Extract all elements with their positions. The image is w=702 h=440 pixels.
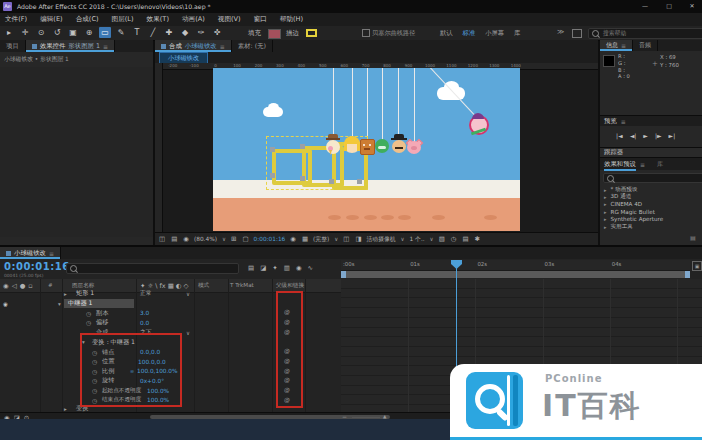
- zoom-level[interactable]: (80.4%): [194, 236, 217, 242]
- tool-icon[interactable]: ✜: [211, 27, 223, 38]
- twirl-icon[interactable]: ▸: [604, 187, 607, 193]
- effects-category[interactable]: ▸ 实用工具: [604, 223, 663, 230]
- stopwatch-icon[interactable]: ◷: [86, 310, 91, 317]
- tab-info[interactable]: 信息 ≡: [600, 40, 633, 51]
- new-panel-icon[interactable]: ▤: [690, 234, 696, 241]
- tool-icon[interactable]: ▸: [3, 27, 15, 38]
- viewer-left-icons[interactable]: ◫▤◉: [159, 235, 189, 243]
- maximize-button[interactable]: □: [662, 2, 676, 11]
- menu-item[interactable]: 窗口: [254, 15, 267, 24]
- tab-timeline-comp[interactable]: 小球磁铁改 ≡: [0, 247, 61, 259]
- blend-mode-select[interactable]: 正常: [140, 289, 152, 298]
- transport-button[interactable]: |◄: [616, 132, 623, 139]
- panel-menu-icon[interactable]: ≡: [103, 43, 108, 50]
- menu-item[interactable]: 文件(F): [5, 15, 27, 24]
- menu-item[interactable]: 合成(C): [76, 15, 99, 24]
- view-layout-dropdown-icon[interactable]: ∨: [430, 236, 434, 242]
- menu-item[interactable]: 视图(V): [218, 15, 241, 24]
- twirl-icon[interactable]: ▸: [64, 291, 67, 297]
- tab-libraries[interactable]: 库: [657, 160, 663, 169]
- tool-icon[interactable]: ↺: [51, 27, 63, 38]
- tab-footage[interactable]: 素材: (无): [232, 40, 273, 52]
- tool-icon[interactable]: ◆: [179, 27, 191, 38]
- resolution-dropdown-icon[interactable]: ∨: [334, 236, 338, 242]
- transport-button[interactable]: ►|: [669, 132, 676, 139]
- tool-icon[interactable]: ▣: [67, 27, 79, 38]
- current-timecode[interactable]: 0:00:01:16: [4, 261, 70, 272]
- eye-icon[interactable]: ◉: [3, 301, 8, 307]
- tab-effects-presets[interactable]: 效果和预设: [604, 160, 636, 169]
- preview-header[interactable]: 预览 ≡: [600, 115, 702, 126]
- tool-icon[interactable]: ╱: [147, 27, 159, 38]
- timeline-option-icon[interactable]: ◉: [296, 264, 302, 272]
- work-area-start-handle[interactable]: [341, 271, 346, 278]
- effects-category[interactable]: ▸ RG Magic Bullet: [604, 208, 663, 215]
- workspace-tab[interactable]: 小屏幕: [485, 29, 504, 38]
- menu-item[interactable]: 图层(L): [112, 15, 134, 24]
- workspace-grid-icon[interactable]: [572, 29, 582, 38]
- twirl-icon[interactable]: ▸: [604, 209, 607, 215]
- work-area-end-handle[interactable]: [685, 271, 690, 278]
- panel-menu-icon[interactable]: ≡: [621, 118, 626, 125]
- panel-menu-icon[interactable]: ≡: [621, 42, 626, 49]
- tool-icon[interactable]: ✚: [163, 27, 175, 38]
- tool-icon[interactable]: ▭: [99, 27, 111, 38]
- tool-icon[interactable]: ⊙: [35, 27, 47, 38]
- tracker-panel-bar[interactable]: 跟踪器: [600, 147, 702, 158]
- workspace-tab[interactable]: 默认: [440, 29, 453, 38]
- comp-view-tab[interactable]: 小球磁铁改: [159, 52, 208, 63]
- comp-marker-button[interactable]: ▣: [692, 261, 702, 271]
- twirl-icon[interactable]: ▸: [604, 194, 607, 200]
- effects-search[interactable]: [603, 173, 702, 183]
- camera-dropdown-icon[interactable]: ∨: [401, 236, 405, 242]
- zoom-dropdown-icon[interactable]: ∨: [222, 236, 226, 242]
- viewer-timecode[interactable]: 0:00:01:16: [254, 236, 286, 242]
- fill-swatch[interactable]: [268, 29, 281, 39]
- panel-menu-icon[interactable]: ≡: [220, 43, 225, 50]
- timeline-option-icon[interactable]: ∿: [308, 264, 313, 272]
- tool-icon[interactable]: ⊕: [83, 27, 95, 38]
- timeline-search[interactable]: [66, 263, 239, 274]
- tab-composition[interactable]: 合成 小球磁铁改 ≡: [155, 40, 232, 52]
- work-area-bar[interactable]: [341, 271, 690, 278]
- roi-icons[interactable]: ◫◨: [343, 235, 361, 243]
- tool-icon[interactable]: ✎: [115, 27, 127, 38]
- dropdown-icon[interactable]: ∨: [186, 291, 190, 297]
- tool-icon[interactable]: ✛: [19, 27, 31, 38]
- help-search[interactable]: 搜索帮助: [588, 28, 702, 39]
- twirl-icon[interactable]: ▸: [604, 216, 607, 222]
- view-layout-select[interactable]: 1 个..: [410, 235, 425, 244]
- effects-category[interactable]: ▸ CINEMA 4D: [604, 201, 663, 208]
- menu-item[interactable]: 效果(T): [147, 15, 169, 24]
- grid-guide-icons[interactable]: ⊞▢: [231, 235, 249, 243]
- close-button[interactable]: ✕: [685, 2, 699, 11]
- panel-menu-icon[interactable]: ≡: [640, 161, 645, 168]
- resolution-select[interactable]: (完整): [313, 235, 329, 244]
- minimize-button[interactable]: —: [638, 2, 652, 11]
- workspace-tab[interactable]: 库: [514, 29, 520, 38]
- twirl-icon[interactable]: ▾: [58, 301, 61, 307]
- dropdown-icon[interactable]: ∨: [186, 330, 190, 336]
- timeline-option-icon[interactable]: ▤: [248, 264, 254, 272]
- timeline-option-icon[interactable]: ▥: [284, 264, 290, 272]
- menu-item[interactable]: 帮助(H): [280, 15, 303, 24]
- twirl-icon[interactable]: ▸: [604, 201, 607, 207]
- stopwatch-icon[interactable]: ◷: [86, 319, 91, 326]
- snapshot-icons[interactable]: ◉▦: [290, 235, 308, 243]
- tab-audio[interactable]: 音频: [633, 40, 658, 51]
- tab-project[interactable]: 项目: [0, 40, 26, 52]
- transport-button[interactable]: ►: [643, 132, 648, 139]
- stroke-label[interactable]: 描边: [286, 29, 299, 38]
- property-value[interactable]: 3.0: [140, 310, 149, 316]
- property-value[interactable]: 0.0: [140, 320, 149, 326]
- effects-category[interactable]: ▸ 3D 通道: [604, 193, 663, 200]
- timeline-option-icon[interactable]: ✦: [272, 264, 277, 272]
- timeline-option-icon[interactable]: ◪: [260, 264, 266, 272]
- workspace-tab[interactable]: 标准: [463, 29, 476, 38]
- bezier-checkbox[interactable]: [362, 29, 370, 37]
- workspace-overflow-icon[interactable]: ≫: [557, 28, 564, 36]
- tab-effect-controls[interactable]: 效果控件 形状图层 1 ≡: [26, 40, 115, 52]
- transport-button[interactable]: |►: [655, 132, 662, 139]
- composition-canvas[interactable]: [213, 68, 520, 231]
- tool-icon[interactable]: T: [131, 27, 143, 38]
